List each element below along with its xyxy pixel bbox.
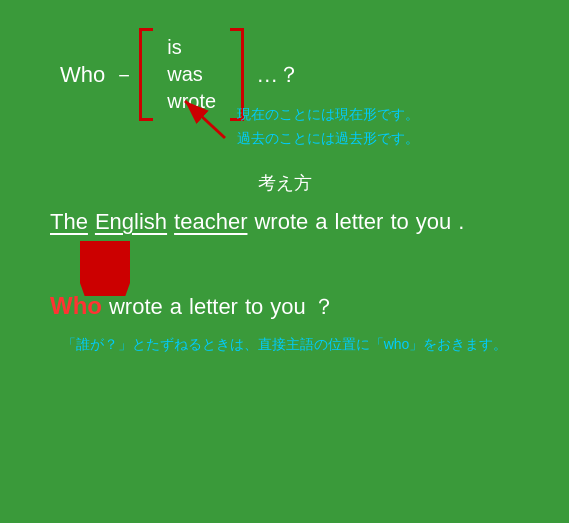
word-english: English bbox=[95, 209, 167, 235]
dash-separator: － bbox=[113, 60, 135, 90]
s2-you: you bbox=[270, 294, 305, 320]
who-red: Who bbox=[50, 292, 102, 320]
sentence1: The English teacher wrote a letter to yo… bbox=[30, 209, 539, 235]
s2-letter: letter bbox=[189, 294, 238, 320]
annotation-line1: 現在のことには現在形です。 bbox=[237, 103, 539, 127]
word-wrote: wrote bbox=[254, 209, 308, 235]
ellipsis-question: …？ bbox=[256, 60, 300, 90]
left-bracket bbox=[139, 28, 157, 121]
annotation-area: 現在のことには現在形です。 過去のことには過去形です。 bbox=[225, 103, 539, 151]
sentence-period: . bbox=[458, 209, 464, 235]
middle-section: 考え方 bbox=[30, 171, 539, 195]
down-arrow-icon bbox=[80, 241, 130, 296]
word-teacher: teacher bbox=[174, 209, 247, 235]
arrow-up-left bbox=[170, 93, 230, 143]
word-the: The bbox=[50, 209, 88, 235]
s2-question: ？ bbox=[313, 292, 335, 322]
annotation-text: 現在のことには現在形です。 過去のことには過去形です。 bbox=[237, 103, 539, 151]
annotation-line2: 過去のことには過去形です。 bbox=[237, 127, 539, 151]
bracket-word-was: was bbox=[167, 63, 216, 86]
main-container: Who － is was wrote …？ bbox=[0, 0, 569, 523]
bottom-note: 「誰が？」とたずねるときは、直接主語の位置に「who」をおきます。 bbox=[30, 336, 539, 354]
bracket-word-is: is bbox=[167, 36, 216, 59]
svg-line-1 bbox=[185, 101, 225, 138]
s2-wrote: wrote bbox=[109, 294, 163, 320]
s2-to: to bbox=[245, 294, 263, 320]
s2-a: a bbox=[170, 294, 182, 320]
who-label: Who bbox=[60, 62, 105, 88]
word-a: a bbox=[315, 209, 327, 235]
kangaekata-label: 考え方 bbox=[258, 173, 312, 193]
word-to: to bbox=[390, 209, 408, 235]
word-you: you bbox=[416, 209, 451, 235]
word-letter: letter bbox=[335, 209, 384, 235]
